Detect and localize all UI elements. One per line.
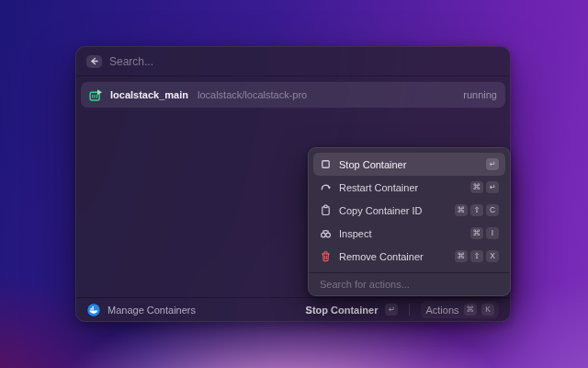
- actions-search-input[interactable]: [320, 279, 499, 290]
- key-shift: ⇧: [470, 250, 483, 262]
- trash-icon: [320, 250, 332, 262]
- actions-button[interactable]: Actions ⌘ K: [421, 301, 499, 318]
- key-i: I: [486, 227, 499, 239]
- key-return: ↵: [486, 181, 499, 193]
- extension-name: Manage Containers: [107, 305, 196, 316]
- search-input[interactable]: [109, 55, 500, 68]
- footer-bar: Manage Containers Stop Container ↵ Actio…: [76, 297, 510, 321]
- action-remove-container[interactable]: Remove Container ⌘ ⇧ X: [313, 245, 505, 268]
- action-label: Stop Container: [339, 159, 406, 170]
- key-x: X: [486, 250, 499, 262]
- key-cmd: ⌘: [470, 181, 484, 193]
- docker-whale-icon: [87, 304, 100, 316]
- key-cmd: ⌘: [464, 304, 478, 316]
- action-label: Copy Container ID: [339, 205, 423, 216]
- action-label: Inspect: [339, 228, 371, 239]
- key-k: K: [481, 304, 494, 316]
- action-restart-container[interactable]: Restart Container ⌘ ↵: [313, 176, 505, 199]
- key-return: ↵: [486, 158, 499, 170]
- action-label: Restart Container: [339, 182, 418, 193]
- results-list: localstack_main localstack/localstack-pr…: [76, 76, 510, 108]
- primary-action-label[interactable]: Stop Container: [306, 305, 379, 316]
- actions-button-label: Actions: [425, 305, 458, 316]
- container-status: running: [463, 89, 497, 100]
- binoculars-icon: [320, 227, 332, 239]
- actions-panel: Stop Container ↵ Restart Container ⌘ ↵: [308, 147, 511, 296]
- restart-icon: [320, 181, 332, 193]
- action-stop-container[interactable]: Stop Container ↵: [313, 153, 505, 176]
- key-cmd: ⌘: [455, 250, 469, 262]
- container-list-item[interactable]: localstack_main localstack/localstack-pr…: [81, 82, 505, 108]
- actions-panel-list: Stop Container ↵ Restart Container ⌘ ↵: [309, 148, 510, 272]
- key-c: C: [486, 204, 499, 216]
- action-label: Remove Container: [339, 251, 424, 262]
- arrow-left-icon: [89, 56, 99, 66]
- key-return: ↵: [385, 304, 398, 316]
- container-running-icon: [89, 88, 103, 102]
- back-button[interactable]: [86, 55, 102, 68]
- key-cmd: ⌘: [455, 204, 469, 216]
- container-name: localstack_main: [110, 89, 188, 100]
- clipboard-icon: [320, 204, 332, 216]
- action-copy-container-id[interactable]: Copy Container ID ⌘ ⇧ C: [313, 199, 505, 222]
- search-bar: [76, 47, 510, 76]
- actions-search: [309, 273, 510, 295]
- footer-divider: [409, 304, 410, 316]
- action-inspect[interactable]: Inspect ⌘ I: [313, 222, 505, 245]
- key-shift: ⇧: [470, 204, 483, 216]
- container-image: localstack/localstack-pro: [198, 89, 307, 100]
- stop-icon: [320, 158, 332, 170]
- key-cmd: ⌘: [470, 227, 484, 239]
